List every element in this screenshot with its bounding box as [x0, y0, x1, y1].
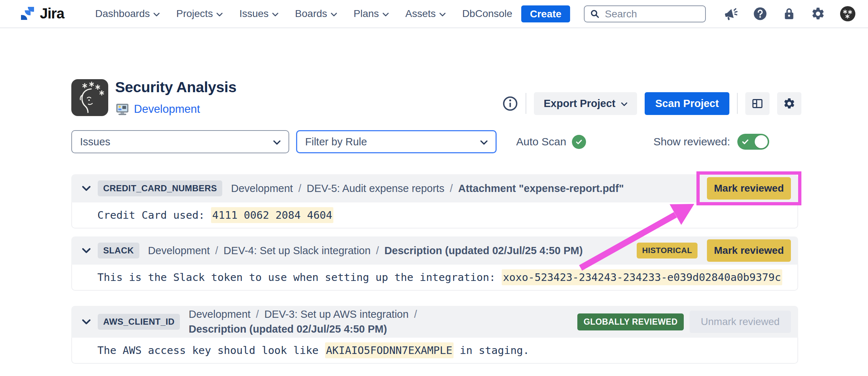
- breadcrumb-issue: DEV-3: Set up AWS integration: [264, 308, 409, 320]
- detected-secret: xoxo-523423-234243-234233-e039d02840a0b9…: [502, 269, 782, 285]
- detail-text: This is the Slack token to use when sett…: [97, 271, 502, 283]
- jira-logo[interactable]: Jira: [19, 5, 64, 22]
- page-title: Security Analysis: [115, 79, 236, 96]
- info-icon[interactable]: [502, 96, 518, 111]
- user-avatar[interactable]: [840, 6, 856, 22]
- nav-item-dashboards[interactable]: Dashboards: [95, 8, 160, 20]
- search-icon: [590, 9, 600, 19]
- create-button[interactable]: Create: [521, 5, 570, 22]
- nav-item-assets[interactable]: Assets: [405, 8, 446, 20]
- chevron-down-icon: [480, 140, 488, 145]
- auto-scan-check-icon: [572, 135, 586, 149]
- jira-logo-icon: [19, 5, 36, 22]
- issues-select[interactable]: Issues: [71, 130, 289, 153]
- nav-item-label: Dashboards: [95, 8, 150, 20]
- findings-list: CREDIT_CARD_NUMBERS Development / DEV-5:…: [71, 174, 798, 364]
- auto-scan-status: Auto Scan: [516, 135, 586, 149]
- finding-detail: This is the Slack token to use when sett…: [71, 265, 798, 291]
- toggle-knob: [755, 135, 768, 148]
- rule-chip: AWS_CLIENT_ID: [98, 314, 180, 330]
- historical-badge: HISTORICAL: [637, 243, 698, 258]
- auto-scan-label: Auto Scan: [516, 136, 566, 148]
- nav-item-label: Plans: [354, 8, 379, 20]
- finding-header: SLACK Development / DEV-4: Set up Slack …: [71, 236, 798, 265]
- finding-detail: Credit Card used: 4111 0062 2084 4604: [71, 202, 798, 228]
- breadcrumb-location: Description (updated 02/Jul/25 4:50 PM): [189, 323, 387, 335]
- nav-item-boards[interactable]: Boards: [295, 8, 337, 20]
- breadcrumb-project: Development: [148, 245, 210, 257]
- nav-item-label: Issues: [239, 8, 269, 20]
- export-project-label: Export Project: [544, 98, 615, 110]
- header-actions: Export Project Scan Project: [502, 92, 801, 115]
- chevron-down-icon: [153, 13, 160, 17]
- breadcrumb-project: Development: [189, 308, 250, 320]
- toggle-check-icon: [741, 138, 749, 146]
- breadcrumb: Development / DEV-4: Set up Slack integr…: [148, 245, 583, 257]
- breadcrumb: Development / DEV-3: Set up AWS integrat…: [189, 308, 572, 335]
- finding-detail: The AWS access key should look like AKIA…: [71, 338, 798, 364]
- collapse-chevron-icon[interactable]: [82, 319, 90, 325]
- issues-select-value: Issues: [80, 136, 110, 148]
- finding-card-credit-card: CREDIT_CARD_NUMBERS Development / DEV-5:…: [71, 174, 798, 228]
- show-reviewed-label: Show reviewed:: [653, 136, 730, 148]
- breadcrumb-project: Development: [231, 183, 293, 195]
- chevron-down-icon: [621, 102, 627, 106]
- chevron-down-icon: [216, 13, 223, 17]
- breadcrumb-separator: /: [256, 308, 259, 320]
- primary-nav: Dashboards Projects Issues Boards Plans …: [95, 0, 512, 27]
- chevron-down-icon: [272, 13, 278, 17]
- detail-text: The AWS access key should look like: [97, 344, 325, 356]
- export-project-button[interactable]: Export Project: [534, 92, 637, 115]
- show-reviewed-toggle[interactable]: [737, 134, 769, 150]
- nav-item-dbconsole[interactable]: DbConsole: [462, 8, 513, 20]
- globally-reviewed-badge: GLOBALLY REVIEWED: [577, 313, 684, 330]
- detail-text: in staging.: [454, 344, 530, 356]
- help-icon[interactable]: [753, 7, 767, 21]
- unmark-reviewed-button[interactable]: Unmark reviewed: [690, 311, 791, 333]
- announcement-icon[interactable]: [724, 7, 738, 21]
- filter-bar: Issues Filter by Rule Auto Scan Show rev…: [71, 130, 798, 153]
- chevron-down-icon: [439, 13, 446, 17]
- search-box[interactable]: Search: [584, 5, 706, 22]
- finding-card-slack: SLACK Development / DEV-4: Set up Slack …: [71, 236, 798, 291]
- nav-item-label: DbConsole: [462, 8, 513, 20]
- finding-header: CREDIT_CARD_NUMBERS Development / DEV-5:…: [71, 174, 798, 202]
- board-settings-gear-icon[interactable]: [777, 92, 801, 115]
- mark-reviewed-button[interactable]: Mark reviewed: [707, 239, 791, 262]
- collapse-chevron-icon[interactable]: [82, 248, 90, 253]
- detail-text: Credit Card used:: [97, 209, 211, 221]
- show-reviewed-control: Show reviewed:: [653, 134, 769, 150]
- project-breadcrumb: Development: [115, 102, 200, 116]
- filter-by-rule-select[interactable]: Filter by Rule: [296, 130, 497, 153]
- development-project-icon: [115, 102, 130, 116]
- scan-project-button[interactable]: Scan Project: [645, 92, 729, 115]
- rule-chip: SLACK: [98, 243, 139, 258]
- layout-panel-icon[interactable]: [745, 92, 770, 115]
- detected-secret: AKIAIO5FODNN7EXAMPLE: [325, 342, 454, 358]
- divider: [526, 93, 526, 114]
- chevron-down-icon: [383, 13, 389, 17]
- search-placeholder: Search: [605, 8, 637, 20]
- nav-item-plans[interactable]: Plans: [354, 8, 389, 20]
- mark-reviewed-button[interactable]: Mark reviewed: [707, 177, 791, 200]
- project-avatar: [71, 79, 108, 116]
- project-link[interactable]: Development: [134, 103, 200, 116]
- rule-chip: CREDIT_CARD_NUMBERS: [98, 180, 222, 196]
- top-nav: Jira Dashboards Projects Issues Boards P…: [0, 0, 868, 28]
- nav-item-issues[interactable]: Issues: [239, 8, 278, 20]
- nav-item-projects[interactable]: Projects: [176, 8, 223, 20]
- detected-secret: 4111 0062 2084 4604: [211, 207, 333, 223]
- breadcrumb-location: Description (updated 02/Jul/25 4:50 PM): [384, 245, 583, 257]
- finding-header: AWS_CLIENT_ID Development / DEV-3: Set u…: [71, 306, 798, 338]
- nav-utility-icons: [724, 0, 856, 27]
- breadcrumb: Development / DEV-5: Audit expense repor…: [231, 183, 624, 195]
- nav-item-label: Assets: [405, 8, 436, 20]
- chevron-down-icon: [331, 13, 337, 17]
- breadcrumb-location: Attachment "expense-report.pdf": [458, 183, 624, 195]
- nav-item-label: Boards: [295, 8, 327, 20]
- settings-icon[interactable]: [811, 7, 825, 21]
- breadcrumb-separator: /: [215, 245, 218, 257]
- collapse-chevron-icon[interactable]: [82, 186, 90, 191]
- lock-icon[interactable]: [782, 7, 796, 21]
- breadcrumb-separator: /: [298, 183, 301, 195]
